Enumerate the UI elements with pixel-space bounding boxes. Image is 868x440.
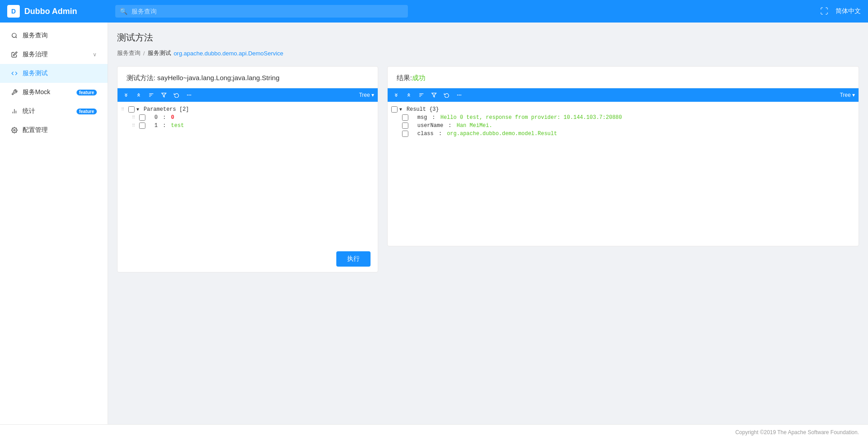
code-icon <box>11 70 18 77</box>
tree-row: ⠿ ▼ Parameters [2] <box>118 105 378 113</box>
sort-button[interactable] <box>146 90 156 100</box>
execute-row: 执行 <box>118 246 378 272</box>
breadcrumb-separator: / <box>143 50 145 57</box>
node-colon: : <box>435 131 445 137</box>
sidebar-item-label: 服务Mock <box>23 88 72 96</box>
logo-icon: D <box>7 5 20 18</box>
result-card: 结果:成功 <box>387 66 859 246</box>
sidebar-item-label: 统计 <box>23 107 72 115</box>
refresh-button[interactable] <box>442 90 452 100</box>
node-key: userName <box>417 122 443 129</box>
tree-row: msg : Hello 0 test, response from provid… <box>388 113 859 122</box>
node-colon: : <box>159 122 169 129</box>
sidebar-item-statistics[interactable]: 统计 feature <box>0 102 108 121</box>
footer: Copyright ©2019 The Apache Software Foun… <box>0 424 868 440</box>
sidebar-item-service-test[interactable]: 服务测试 <box>0 64 108 83</box>
svg-point-19 <box>457 95 458 95</box>
expand-arrow[interactable]: ▼ <box>399 107 405 112</box>
search-input[interactable] <box>115 5 408 18</box>
language-selector[interactable]: 简体中文 <box>836 7 861 15</box>
expand-icon[interactable]: ⛶ <box>820 7 828 16</box>
tree-row: ⠿ 0 : 0 <box>118 113 378 122</box>
left-json-tree: ⠿ ▼ Parameters [2] ⠿ 0 : 0 <box>118 102 378 246</box>
sidebar: 服务查询 服务治理 ∨ 服务测试 服务Mock feature <box>0 23 108 424</box>
expand-all-button[interactable] <box>121 90 131 100</box>
search-wrapper: 🔍 <box>115 5 408 18</box>
filter-button[interactable] <box>159 90 169 100</box>
row-checkbox[interactable] <box>402 131 408 137</box>
sort-button[interactable] <box>416 90 426 100</box>
node-key: msg <box>417 114 427 121</box>
tree-view-selector[interactable]: Tree ▾ <box>359 92 374 98</box>
edit-icon <box>11 51 18 58</box>
row-checkbox[interactable] <box>139 114 145 121</box>
breadcrumb-service-query[interactable]: 服务查询 <box>117 49 140 57</box>
top-header: D Dubbo Admin 🔍 ⛶ 简体中文 <box>0 0 868 23</box>
sidebar-item-label: 配置管理 <box>23 126 97 134</box>
sidebar-item-service-query[interactable]: 服务查询 <box>0 26 108 45</box>
footer-copyright: Copyright ©2019 The Apache Software Foun… <box>735 429 859 435</box>
tree-view-selector[interactable]: Tree ▾ <box>840 92 855 98</box>
svg-point-10 <box>189 95 190 95</box>
node-value: Hello 0 test, response from provider: 10… <box>440 114 622 121</box>
wrench-icon <box>11 89 18 96</box>
expand-arrow[interactable]: ▼ <box>136 107 142 112</box>
panel-left: 测试方法: sayHello~java.lang.Long;java.lang.… <box>117 66 378 272</box>
svg-point-0 <box>12 33 16 37</box>
right-json-tree: ▼ Result {3} msg : Hello 0 test, respons… <box>388 102 859 246</box>
execute-button[interactable]: 执行 <box>336 251 371 267</box>
left-tree-toolbar: Tree ▾ <box>118 88 378 102</box>
svg-point-12 <box>187 95 188 95</box>
main-layout: 服务查询 服务治理 ∨ 服务测试 服务Mock feature <box>0 23 868 424</box>
breadcrumb: 服务查询 / 服务测试 org.apache.dubbo.demo.api.De… <box>117 49 859 57</box>
drag-handle[interactable]: ⠿ <box>132 115 137 120</box>
more-button[interactable] <box>454 90 464 100</box>
sidebar-item-service-mock[interactable]: 服务Mock feature <box>0 83 108 102</box>
sidebar-item-service-governance[interactable]: 服务治理 ∨ <box>0 45 108 64</box>
tree-row: ⠿ 1 : test <box>118 122 378 130</box>
row-checkbox[interactable] <box>139 122 145 129</box>
breadcrumb-service-link[interactable]: org.apache.dubbo.demo.api.DemoService <box>174 50 284 57</box>
test-method-title: 测试方法: sayHello~java.lang.Long;java.lang.… <box>118 67 378 88</box>
row-checkbox[interactable] <box>402 122 408 129</box>
svg-point-5 <box>14 129 15 131</box>
row-checkbox[interactable] <box>391 106 398 113</box>
svg-marker-9 <box>162 93 166 97</box>
node-value: Han MeiMei. <box>457 122 492 129</box>
feature-badge: feature <box>77 109 97 114</box>
search-icon <box>11 32 18 39</box>
expand-all-button[interactable] <box>391 90 401 100</box>
svg-line-1 <box>16 37 17 38</box>
row-checkbox[interactable] <box>128 106 135 113</box>
node-key: 0 <box>154 114 158 121</box>
panel-right: 结果:成功 <box>387 66 859 272</box>
node-value: test <box>171 122 184 129</box>
result-title: 结果:成功 <box>388 67 859 88</box>
svg-point-17 <box>459 95 460 95</box>
sidebar-item-label: 服务查询 <box>23 32 97 40</box>
test-panels: 测试方法: sayHello~java.lang.Long;java.lang.… <box>117 66 859 272</box>
node-key: 1 <box>154 122 158 129</box>
refresh-button[interactable] <box>172 90 181 100</box>
filter-button[interactable] <box>429 90 439 100</box>
app-title: Dubbo Admin <box>24 7 77 16</box>
collapse-all-button[interactable] <box>404 90 414 100</box>
svg-point-18 <box>461 95 461 95</box>
page-title: 测试方法 <box>117 32 859 44</box>
sidebar-item-label: 服务治理 <box>23 50 88 59</box>
more-button[interactable] <box>184 90 194 100</box>
node-colon: : <box>159 114 169 121</box>
drag-handle[interactable]: ⠿ <box>132 123 137 128</box>
row-checkbox[interactable] <box>402 114 408 121</box>
node-colon: : <box>429 114 439 121</box>
sidebar-item-config-management[interactable]: 配置管理 <box>0 121 108 140</box>
node-colon: : <box>445 122 455 129</box>
collapse-all-button[interactable] <box>134 90 144 100</box>
content-area: 测试方法 服务查询 / 服务测试 org.apache.dubbo.demo.a… <box>108 23 868 424</box>
drag-handle[interactable]: ⠿ <box>121 107 127 112</box>
tree-row: class : org.apache.dubbo.demo.model.Resu… <box>388 130 859 138</box>
tree-row: ▼ Result {3} <box>388 105 859 113</box>
svg-marker-16 <box>432 93 436 97</box>
sidebar-item-label: 服务测试 <box>23 69 97 77</box>
logo-area: D Dubbo Admin <box>7 5 115 18</box>
